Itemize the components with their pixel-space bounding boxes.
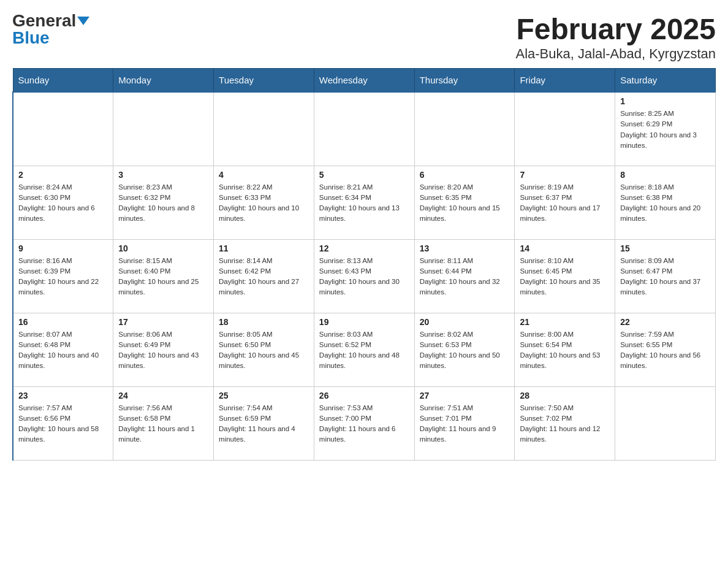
day-number: 3 [118, 170, 208, 180]
weekday-header-sunday: Sunday [13, 69, 113, 93]
day-info: Sunrise: 8:24 AMSunset: 6:30 PMDaylight:… [18, 182, 108, 224]
calendar-cell [515, 92, 615, 166]
logo-triangle-icon [77, 17, 89, 25]
day-number: 20 [420, 317, 510, 327]
day-info: Sunrise: 8:11 AMSunset: 6:44 PMDaylight:… [420, 256, 510, 298]
day-info: Sunrise: 8:10 AMSunset: 6:45 PMDaylight:… [520, 256, 610, 298]
day-info: Sunrise: 8:25 AMSunset: 6:29 PMDaylight:… [620, 109, 710, 151]
day-number: 15 [620, 243, 710, 253]
weekday-header-friday: Friday [515, 69, 615, 93]
day-number: 24 [118, 391, 208, 400]
calendar-cell: 26Sunrise: 7:53 AMSunset: 7:00 PMDayligh… [314, 386, 414, 460]
calendar-cell: 14Sunrise: 8:10 AMSunset: 6:45 PMDayligh… [515, 239, 615, 313]
day-number: 4 [219, 170, 309, 180]
calendar-week-5: 23Sunrise: 7:57 AMSunset: 6:56 PMDayligh… [13, 386, 716, 460]
day-number: 21 [520, 317, 610, 327]
day-info: Sunrise: 7:50 AMSunset: 7:02 PMDaylight:… [520, 403, 610, 445]
calendar-cell: 3Sunrise: 8:23 AMSunset: 6:32 PMDaylight… [113, 166, 214, 239]
day-info: Sunrise: 8:22 AMSunset: 6:33 PMDaylight:… [219, 182, 309, 224]
calendar-cell [314, 92, 414, 166]
calendar-week-1: 1Sunrise: 8:25 AMSunset: 6:29 PMDaylight… [13, 92, 716, 166]
calendar-cell: 11Sunrise: 8:14 AMSunset: 6:42 PMDayligh… [214, 239, 314, 313]
calendar-cell: 10Sunrise: 8:15 AMSunset: 6:40 PMDayligh… [113, 239, 214, 313]
weekday-header-monday: Monday [113, 69, 214, 93]
day-info: Sunrise: 7:51 AMSunset: 7:01 PMDaylight:… [420, 403, 510, 445]
day-info: Sunrise: 7:57 AMSunset: 6:56 PMDaylight:… [18, 403, 108, 445]
day-info: Sunrise: 8:20 AMSunset: 6:35 PMDaylight:… [420, 182, 510, 224]
calendar-cell: 2Sunrise: 8:24 AMSunset: 6:30 PMDaylight… [13, 166, 113, 239]
day-number: 18 [219, 317, 309, 327]
weekday-header-saturday: Saturday [615, 69, 716, 93]
day-number: 28 [520, 391, 610, 400]
weekday-header-tuesday: Tuesday [214, 69, 314, 93]
day-info: Sunrise: 8:03 AMSunset: 6:52 PMDaylight:… [319, 329, 409, 372]
page-header: General Blue February 2025 Ala-Buka, Jal… [12, 12, 716, 62]
calendar-week-2: 2Sunrise: 8:24 AMSunset: 6:30 PMDaylight… [13, 166, 716, 239]
day-info: Sunrise: 8:05 AMSunset: 6:50 PMDaylight:… [219, 329, 309, 372]
calendar-week-4: 16Sunrise: 8:07 AMSunset: 6:48 PMDayligh… [13, 313, 716, 386]
calendar-cell: 27Sunrise: 7:51 AMSunset: 7:01 PMDayligh… [414, 386, 515, 460]
day-info: Sunrise: 7:54 AMSunset: 6:59 PMDaylight:… [219, 403, 309, 445]
calendar-cell: 4Sunrise: 8:22 AMSunset: 6:33 PMDaylight… [214, 166, 314, 239]
weekday-header-row: SundayMondayTuesdayWednesdayThursdayFrid… [13, 69, 716, 93]
day-number: 7 [520, 170, 610, 180]
day-number: 8 [620, 170, 710, 180]
day-number: 25 [219, 391, 309, 400]
calendar-cell: 7Sunrise: 8:19 AMSunset: 6:37 PMDaylight… [515, 166, 615, 239]
calendar-cell [414, 92, 515, 166]
calendar-cell: 19Sunrise: 8:03 AMSunset: 6:52 PMDayligh… [314, 313, 414, 386]
calendar-cell: 12Sunrise: 8:13 AMSunset: 6:43 PMDayligh… [314, 239, 414, 313]
day-info: Sunrise: 8:09 AMSunset: 6:47 PMDaylight:… [620, 256, 710, 298]
day-number: 13 [420, 243, 510, 253]
logo-general-line: General [12, 12, 89, 29]
day-number: 11 [219, 243, 309, 253]
calendar-cell: 6Sunrise: 8:20 AMSunset: 6:35 PMDaylight… [414, 166, 515, 239]
calendar-cell: 20Sunrise: 8:02 AMSunset: 6:53 PMDayligh… [414, 313, 515, 386]
day-info: Sunrise: 7:59 AMSunset: 6:55 PMDaylight:… [620, 329, 710, 372]
day-number: 19 [319, 317, 409, 327]
calendar-cell: 8Sunrise: 8:18 AMSunset: 6:38 PMDaylight… [615, 166, 716, 239]
calendar-cell: 1Sunrise: 8:25 AMSunset: 6:29 PMDaylight… [615, 92, 716, 166]
calendar-cell: 22Sunrise: 7:59 AMSunset: 6:55 PMDayligh… [615, 313, 716, 386]
location: Ala-Buka, Jalal-Abad, Kyrgyzstan [516, 46, 716, 62]
day-number: 10 [118, 243, 208, 253]
calendar-cell: 15Sunrise: 8:09 AMSunset: 6:47 PMDayligh… [615, 239, 716, 313]
day-info: Sunrise: 8:14 AMSunset: 6:42 PMDaylight:… [219, 256, 309, 298]
day-info: Sunrise: 8:18 AMSunset: 6:38 PMDaylight:… [620, 182, 710, 224]
weekday-header-wednesday: Wednesday [314, 69, 414, 93]
calendar-cell: 24Sunrise: 7:56 AMSunset: 6:58 PMDayligh… [113, 386, 214, 460]
calendar-cell: 9Sunrise: 8:16 AMSunset: 6:39 PMDaylight… [13, 239, 113, 313]
day-info: Sunrise: 8:21 AMSunset: 6:34 PMDaylight:… [319, 182, 409, 224]
month-title: February 2025 [516, 12, 716, 46]
calendar-cell: 28Sunrise: 7:50 AMSunset: 7:02 PMDayligh… [515, 386, 615, 460]
day-info: Sunrise: 8:06 AMSunset: 6:49 PMDaylight:… [118, 329, 208, 372]
calendar-cell: 16Sunrise: 8:07 AMSunset: 6:48 PMDayligh… [13, 313, 113, 386]
day-number: 2 [18, 170, 108, 180]
calendar-week-3: 9Sunrise: 8:16 AMSunset: 6:39 PMDaylight… [13, 239, 716, 313]
day-info: Sunrise: 8:00 AMSunset: 6:54 PMDaylight:… [520, 329, 610, 372]
day-info: Sunrise: 8:07 AMSunset: 6:48 PMDaylight:… [18, 329, 108, 372]
day-info: Sunrise: 7:56 AMSunset: 6:58 PMDaylight:… [118, 403, 208, 445]
day-info: Sunrise: 8:13 AMSunset: 6:43 PMDaylight:… [319, 256, 409, 298]
day-number: 26 [319, 391, 409, 400]
calendar-cell [113, 92, 214, 166]
day-info: Sunrise: 8:16 AMSunset: 6:39 PMDaylight:… [18, 256, 108, 298]
day-number: 23 [18, 391, 108, 400]
title-section: February 2025 Ala-Buka, Jalal-Abad, Kyrg… [516, 12, 716, 62]
day-number: 27 [420, 391, 510, 400]
calendar-cell [214, 92, 314, 166]
day-info: Sunrise: 7:53 AMSunset: 7:00 PMDaylight:… [319, 403, 409, 445]
calendar-cell: 17Sunrise: 8:06 AMSunset: 6:49 PMDayligh… [113, 313, 214, 386]
calendar-cell [615, 386, 716, 460]
day-number: 16 [18, 317, 108, 327]
day-info: Sunrise: 8:15 AMSunset: 6:40 PMDaylight:… [118, 256, 208, 298]
calendar-cell: 23Sunrise: 7:57 AMSunset: 6:56 PMDayligh… [13, 386, 113, 460]
calendar-cell: 18Sunrise: 8:05 AMSunset: 6:50 PMDayligh… [214, 313, 314, 386]
day-number: 17 [118, 317, 208, 327]
day-info: Sunrise: 8:19 AMSunset: 6:37 PMDaylight:… [520, 182, 610, 224]
calendar-cell: 21Sunrise: 8:00 AMSunset: 6:54 PMDayligh… [515, 313, 615, 386]
logo-blue-text: Blue [12, 28, 50, 47]
day-number: 14 [520, 243, 610, 253]
day-info: Sunrise: 8:02 AMSunset: 6:53 PMDaylight:… [420, 329, 510, 372]
day-number: 5 [319, 170, 409, 180]
